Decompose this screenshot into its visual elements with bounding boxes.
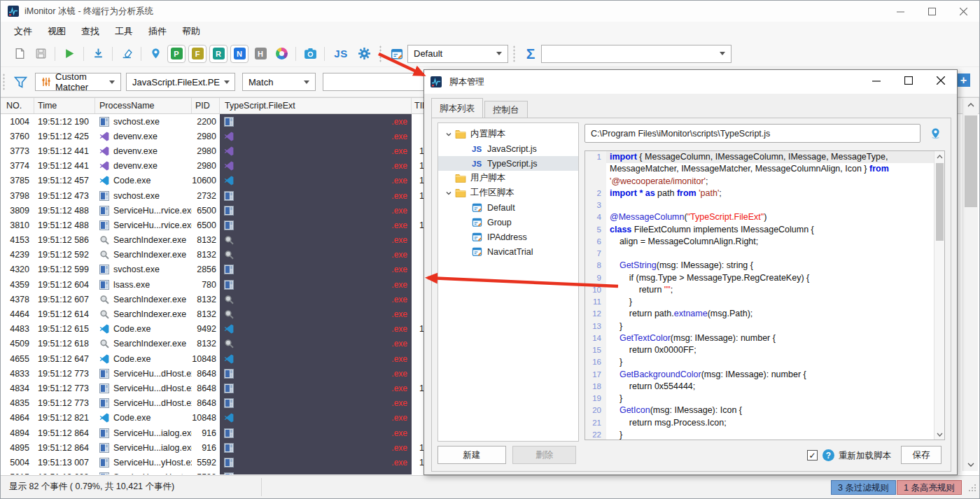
resize-grip[interactable]	[968, 484, 976, 495]
code-editor[interactable]: 1import { MessageColumn, IMessageColumn,…	[584, 150, 945, 440]
code-line[interactable]: 20 GetIcon(msg: IMessage): Icon {	[585, 405, 944, 416]
matcher-value-input[interactable]	[323, 73, 428, 91]
scroll-up-icon[interactable]	[963, 99, 979, 111]
tree-item-default[interactable]: Default	[438, 200, 578, 215]
new-file-button[interactable]	[10, 45, 29, 63]
code-line[interactable]: 10 return "";	[585, 284, 944, 296]
profile-select[interactable]: Default	[407, 45, 508, 63]
menu-help[interactable]: 帮助	[174, 22, 208, 41]
menu-tools[interactable]: 工具	[107, 22, 141, 41]
scrollbar-thumb[interactable]	[965, 115, 977, 207]
add-button[interactable]: +	[957, 73, 970, 87]
registry-filter-toggle[interactable]: R	[209, 45, 227, 63]
screenshot-button[interactable]	[301, 45, 319, 63]
column-pid[interactable]: PID	[192, 98, 220, 113]
tree-item-javascript.js[interactable]: JSJavaScript.js	[438, 141, 578, 156]
matcher-field-select[interactable]: JavaScript.FileExt.PE	[126, 73, 235, 91]
code-line[interactable]: 15 return 0x0000FF;	[585, 344, 944, 356]
code-line[interactable]: 16 }	[585, 356, 944, 368]
code-line[interactable]: 7	[585, 248, 944, 260]
aggregate-select[interactable]	[541, 45, 732, 63]
location-pin-button[interactable]	[146, 45, 164, 63]
tab-console[interactable]: 控制台	[484, 101, 528, 118]
editor-scrollbar[interactable]	[934, 151, 944, 440]
tree-item-node-4[interactable]: 工作区脚本	[438, 185, 578, 200]
dialog-close-button[interactable]	[925, 70, 957, 91]
code-line[interactable]: 6 align = MessageColumnAlign.Right;	[585, 236, 944, 248]
cell-fileext: .exe	[220, 233, 412, 248]
column-time[interactable]: Time	[34, 98, 95, 113]
code-line[interactable]: 9 if (msg.Type > MessageType.RegCreateKe…	[585, 272, 944, 284]
code-line[interactable]: 17 GetBackgroundColor(msg: IMessage): nu…	[585, 369, 944, 381]
minimize-button[interactable]	[885, 1, 916, 22]
scroll-up-icon[interactable]	[934, 151, 945, 162]
dialog-maximize-button[interactable]	[892, 70, 925, 91]
matcher-type-select[interactable]: Custom Matcher	[35, 73, 121, 91]
table-scrollbar[interactable]	[962, 99, 978, 471]
script-manager-button[interactable]: JS	[330, 45, 352, 63]
scroll-down-icon[interactable]	[934, 429, 945, 440]
code-line[interactable]: 21 return msg.Process.Icon;	[585, 417, 944, 429]
code-line[interactable]: 11 }	[585, 296, 944, 308]
code-line[interactable]: 5class FileExtColumn implements IMessage…	[585, 224, 944, 236]
menu-file[interactable]: 文件	[6, 22, 40, 41]
tree-item-node-3[interactable]: 用户脚本	[438, 171, 578, 185]
h-filter-toggle[interactable]: H	[251, 45, 270, 63]
close-button[interactable]	[948, 1, 979, 22]
cell-fileext: .exe	[220, 262, 412, 277]
reload-checkbox[interactable]: ✓	[807, 450, 818, 461]
code-line[interactable]: 13 }	[585, 321, 944, 332]
maximize-button[interactable]	[916, 1, 948, 22]
scrollbar-thumb[interactable]	[936, 163, 944, 241]
filter-rules-badge[interactable]: 3 条过滤规则	[831, 480, 896, 495]
chevron-down-icon[interactable]	[442, 190, 455, 197]
tree-item-node-0[interactable]: 内置脚本	[438, 127, 578, 141]
tree-item-group[interactable]: Group	[438, 215, 578, 230]
scroll-down-icon[interactable]	[963, 458, 979, 471]
download-button[interactable]	[89, 45, 107, 63]
tab-script-list[interactable]: 脚本列表	[431, 98, 483, 118]
matcher-op-select[interactable]: Match	[242, 73, 316, 91]
code-line[interactable]: 14 GetTextColor(msg: IMessage): number {	[585, 332, 944, 344]
code-line[interactable]: 1import { MessageColumn, IMessageColumn,…	[585, 151, 944, 163]
column-process[interactable]: ProcessName	[95, 98, 192, 113]
new-script-button[interactable]: 新建	[438, 446, 506, 464]
code-line[interactable]: '@wecooperate/imonitor';	[585, 176, 944, 188]
fileext-value: .exe	[391, 280, 407, 290]
tree-item-ipaddress[interactable]: IPAddress	[438, 230, 578, 244]
script-path-input[interactable]	[584, 124, 920, 143]
process-filter-toggle[interactable]: P	[167, 45, 186, 63]
chevron-down-icon[interactable]	[442, 131, 455, 138]
menu-plugins[interactable]: 插件	[141, 22, 174, 41]
code-line[interactable]: 4@MessageColumn("TypeScript.FileExt")	[585, 211, 944, 223]
color-wheel-button[interactable]	[272, 45, 290, 63]
column-fileext[interactable]: TypeScript.FileExt	[220, 98, 412, 113]
highlight-rules-badge[interactable]: 1 条高亮规则	[897, 480, 962, 495]
toolbar-separator	[141, 47, 141, 61]
run-button[interactable]	[60, 45, 78, 63]
code-line[interactable]: 12 return path.extname(msg.Path);	[585, 308, 944, 320]
tree-item-navicattrial[interactable]: NavicatTrial	[438, 244, 578, 259]
network-filter-toggle[interactable]: N	[230, 45, 248, 63]
code-line[interactable]: 18 return 0x554444;	[585, 381, 944, 393]
column-no[interactable]: NO.	[1, 98, 34, 113]
menu-view[interactable]: 视图	[40, 22, 74, 41]
code-line[interactable]: 8 GetString(msg: IMessage): string {	[585, 260, 944, 272]
save-button[interactable]	[31, 45, 50, 63]
tree-item-typescript.js[interactable]: JSTypeScript.js	[438, 156, 578, 171]
eraser-button[interactable]	[118, 45, 136, 63]
menu-search[interactable]: 查找	[74, 22, 107, 41]
code-line[interactable]: 19 }	[585, 393, 944, 405]
code-line[interactable]: 3	[585, 199, 944, 211]
locate-script-button[interactable]	[927, 125, 943, 141]
delete-script-button[interactable]: 删除	[512, 446, 576, 464]
file-filter-toggle[interactable]: F	[188, 45, 206, 63]
filter-funnel-icon[interactable]	[11, 73, 29, 91]
code-line[interactable]: 2import * as path from 'path';	[585, 188, 944, 199]
code-line[interactable]: 22 }	[585, 429, 944, 440]
settings-button[interactable]	[355, 45, 373, 63]
save-script-button[interactable]: 保存	[901, 446, 941, 464]
code-line[interactable]: MessageMatcher, IMessageMatcher, Message…	[585, 163, 944, 175]
help-icon[interactable]: ?	[822, 449, 834, 461]
dialog-minimize-button[interactable]	[860, 70, 892, 91]
